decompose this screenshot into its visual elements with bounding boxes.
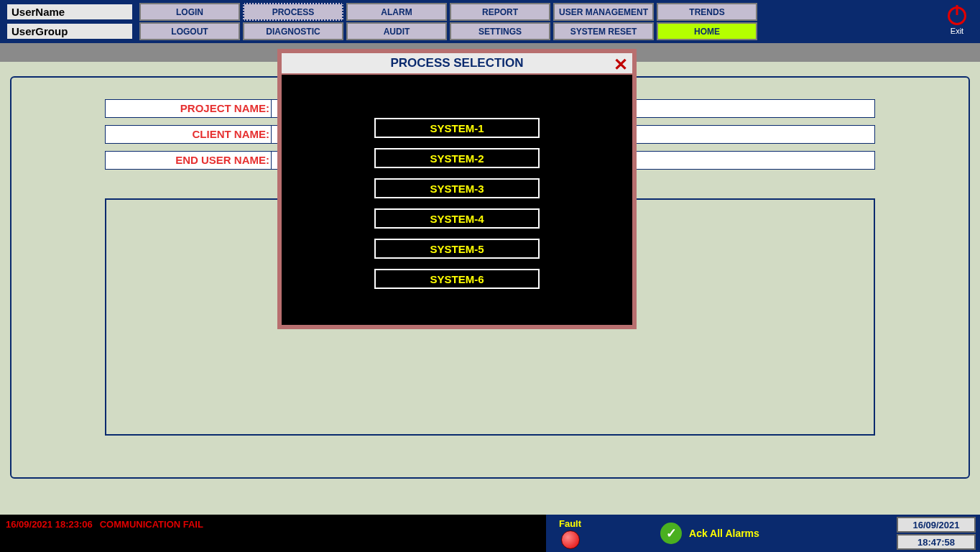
process-selection-modal: PROCESS SELECTION ✕ SYSTEM-1 SYSTEM-2 SY… [277,49,637,329]
modal-body: SYSTEM-1 SYSTEM-2 SYSTEM-3 SYSTEM-4 SYST… [282,75,632,325]
login-button[interactable]: LOGIN [139,3,240,21]
system-6-button[interactable]: SYSTEM-6 [374,269,540,289]
user-management-button[interactable]: USER MANAGEMENT [553,3,654,21]
alarm-timestamp: 16/09/2021 18:23:06 [6,519,93,530]
process-button[interactable]: PROCESS [243,3,343,21]
time-display: 18:47:58 [897,534,976,550]
clock-box: 16/09/2021 18:47:58 [897,517,976,550]
home-button[interactable]: HOME [657,22,757,40]
fault-label: Fault [559,518,581,529]
trends-button[interactable]: TRENDS [657,3,757,21]
date-display: 16/09/2021 [897,517,976,533]
fault-lamp-icon [561,530,580,549]
close-icon[interactable]: ✕ [614,55,628,75]
username-field: UserName [6,3,134,21]
diagnostic-button[interactable]: DIAGNOSTIC [243,22,343,40]
power-icon [948,6,966,25]
ack-all-alarms-button[interactable]: ✓ Ack All Alarms [660,523,759,544]
usergroup-field: UserGroup [6,22,134,40]
alarm-message-area: 16/09/2021 18:23:06 COMMUNICATION FAIL [0,515,546,552]
status-bar: 16/09/2021 18:23:06 COMMUNICATION FAIL F… [0,515,980,552]
alarm-text: COMMUNICATION FAIL [100,519,203,530]
system-3-button[interactable]: SYSTEM-3 [374,178,540,198]
fault-indicator: Fault [559,518,581,549]
settings-button[interactable]: SETTINGS [450,22,550,40]
exit-label: Exit [951,27,963,35]
exit-button[interactable]: Exit [940,3,974,39]
end-user-name-label: END USER NAME: [105,151,272,170]
modal-title: PROCESS SELECTION [390,56,523,70]
checkmark-icon: ✓ [660,523,682,544]
modal-header: PROCESS SELECTION ✕ [282,53,632,75]
user-info: UserName UserGroup [6,3,134,40]
audit-button[interactable]: AUDIT [346,22,447,40]
system-2-button[interactable]: SYSTEM-2 [374,148,540,168]
nav-grid: LOGIN PROCESS ALARM REPORT USER MANAGEME… [139,3,757,40]
project-name-label: PROJECT NAME: [105,99,272,118]
system-4-button[interactable]: SYSTEM-4 [374,208,540,229]
report-button[interactable]: REPORT [450,3,550,21]
alarm-button[interactable]: ALARM [346,3,447,21]
system-5-button[interactable]: SYSTEM-5 [374,239,540,259]
logout-button[interactable]: LOGOUT [139,22,240,40]
client-name-label: CLIENT NAME: [105,125,272,144]
ack-label: Ack All Alarms [689,528,759,539]
system-reset-button[interactable]: SYSTEM RESET [553,22,654,40]
system-1-button[interactable]: SYSTEM-1 [374,118,540,138]
top-nav-bar: UserName UserGroup LOGIN PROCESS ALARM R… [0,0,980,43]
